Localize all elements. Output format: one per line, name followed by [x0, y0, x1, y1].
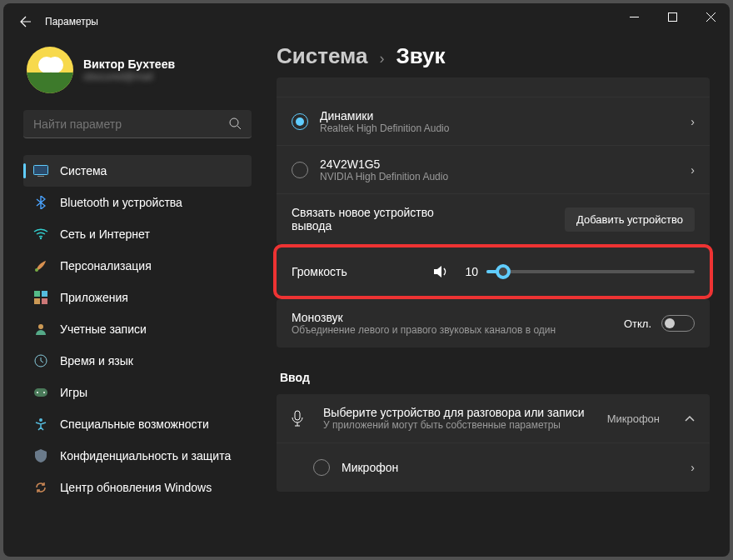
apps-icon — [33, 290, 48, 305]
close-button[interactable] — [691, 3, 730, 30]
speaker-icon[interactable] — [433, 265, 448, 278]
accounts-icon — [33, 322, 48, 337]
sidebar-item-time-language[interactable]: Время и язык — [23, 345, 252, 377]
add-device-button[interactable]: Добавить устройство — [565, 208, 695, 232]
back-button[interactable] — [10, 6, 42, 38]
search-box[interactable] — [23, 110, 252, 138]
app-title: Параметры — [45, 16, 98, 28]
radio-unselected[interactable] — [292, 162, 308, 178]
chevron-right-icon: › — [379, 50, 384, 68]
toggle-state-label: Откл. — [624, 318, 651, 330]
chevron-right-icon[interactable]: › — [691, 163, 695, 177]
volume-value: 10 — [456, 265, 478, 278]
sidebar-item-label: Приложения — [60, 291, 128, 304]
sidebar-item-apps[interactable]: Приложения — [23, 282, 252, 313]
sidebar-item-bluetooth[interactable]: Bluetooth и устройства — [23, 187, 252, 218]
slider-thumb[interactable] — [496, 264, 511, 279]
svg-rect-6 — [42, 291, 47, 297]
svg-point-3 — [40, 238, 42, 239]
sidebar-item-gaming[interactable]: Игры — [23, 377, 252, 408]
sidebar-item-personalization[interactable]: Персонализация — [23, 250, 252, 282]
sidebar-item-label: Учетные записи — [60, 322, 147, 336]
svg-point-12 — [37, 392, 38, 393]
wifi-icon — [33, 227, 48, 242]
chevron-up-icon[interactable] — [685, 415, 695, 422]
volume-row: Громкость 10 — [277, 248, 710, 296]
update-icon — [33, 480, 48, 495]
radio-selected[interactable] — [292, 113, 308, 130]
pair-device-label: Связать новое устройство вывода — [292, 206, 475, 232]
search-input[interactable] — [33, 118, 229, 131]
profile-name: Виктор Бухтеев — [83, 58, 175, 71]
maximize-button[interactable] — [653, 3, 691, 30]
svg-point-1 — [230, 118, 238, 127]
microphone-icon — [292, 410, 310, 427]
input-sub: У приложений могут быть собственные пара… — [323, 419, 594, 431]
pair-device-row: Связать новое устройство вывода Добавить… — [277, 194, 710, 244]
input-selector-row[interactable]: Выберите устройство для разговора или за… — [277, 394, 710, 443]
sidebar-item-system[interactable]: Система — [23, 155, 252, 187]
sidebar-item-update[interactable]: Центр обновления Windows — [23, 472, 252, 503]
settings-window: Параметры Виктор Бухтеев obscured@mail — [3, 3, 730, 557]
input-device-row[interactable]: Микрофон › — [277, 443, 710, 492]
mono-card: Монозвук Объединение левого и правого зв… — [277, 299, 710, 348]
output-device-row[interactable]: 24V2W1G5 NVIDIA High Definition Audio › — [277, 146, 710, 194]
output-hint-row: У приложений могут быть собственные пара… — [277, 78, 710, 98]
gamepad-icon — [33, 385, 48, 400]
sidebar-item-label: Конфиденциальность и защита — [60, 449, 231, 462]
close-icon — [706, 12, 716, 22]
sidebar-item-label: Bluetooth и устройства — [60, 196, 182, 209]
window-controls — [615, 3, 730, 30]
profile[interactable]: Виктор Бухтеев obscured@mail — [23, 40, 252, 110]
output-device-row[interactable]: Динамики Realtek High Definition Audio › — [277, 98, 710, 146]
breadcrumb-parent[interactable]: Система — [277, 43, 367, 69]
volume-label: Громкость — [292, 265, 425, 278]
sidebar-item-label: Центр обновления Windows — [60, 481, 212, 494]
svg-point-4 — [35, 268, 38, 272]
svg-rect-5 — [34, 291, 40, 297]
svg-point-9 — [38, 324, 43, 329]
chevron-right-icon[interactable]: › — [691, 115, 695, 128]
svg-rect-0 — [668, 12, 676, 21]
sidebar-item-privacy[interactable]: Конфиденциальность и защита — [23, 440, 252, 472]
bluetooth-icon — [33, 195, 48, 210]
sidebar-item-label: Игры — [60, 386, 87, 399]
sidebar-item-label: Персонализация — [60, 259, 152, 272]
profile-email: obscured@mail — [83, 71, 175, 82]
system-icon — [33, 163, 48, 178]
radio-unselected[interactable] — [313, 459, 330, 476]
shield-icon — [33, 448, 48, 463]
sidebar-item-accounts[interactable]: Учетные записи — [23, 313, 252, 345]
svg-rect-11 — [34, 388, 47, 397]
sidebar-item-network[interactable]: Сеть и Интернет — [23, 218, 252, 250]
sidebar-item-label: Время и язык — [60, 354, 133, 368]
titlebar: Параметры — [3, 3, 730, 40]
output-devices-card: У приложений могут быть собственные пара… — [277, 78, 710, 244]
input-section-header: Ввод — [277, 351, 710, 394]
volume-card: Громкость 10 — [277, 248, 710, 296]
page-title: Звук — [396, 43, 445, 69]
input-title: Выберите устройство для разговора или за… — [323, 406, 594, 419]
sidebar-item-label: Сеть и Интернет — [60, 228, 150, 241]
arrow-left-icon — [19, 15, 32, 28]
device-name: Динамики — [320, 109, 691, 122]
svg-rect-2 — [34, 166, 48, 175]
mono-title: Монозвук — [292, 311, 624, 324]
volume-slider[interactable] — [486, 270, 695, 273]
device-name: Микрофон — [342, 461, 691, 474]
avatar — [27, 47, 73, 93]
device-name: 24V2W1G5 — [320, 158, 691, 171]
minimize-button[interactable] — [615, 3, 653, 30]
sidebar-item-accessibility[interactable]: Специальные возможности — [23, 408, 252, 440]
main-content: Система › Звук У приложений могут быть с… — [262, 40, 730, 557]
svg-point-14 — [39, 418, 42, 422]
device-sub: NVIDIA High Definition Audio — [320, 171, 691, 182]
mono-toggle[interactable] — [661, 315, 695, 332]
search-icon — [229, 118, 242, 130]
minimize-icon — [630, 12, 639, 22]
svg-point-13 — [43, 392, 45, 393]
chevron-right-icon[interactable]: › — [691, 461, 695, 474]
mono-row: Монозвук Объединение левого и правого зв… — [277, 299, 710, 348]
device-sub: Realtek High Definition Audio — [320, 122, 691, 134]
maximize-icon — [668, 12, 677, 22]
